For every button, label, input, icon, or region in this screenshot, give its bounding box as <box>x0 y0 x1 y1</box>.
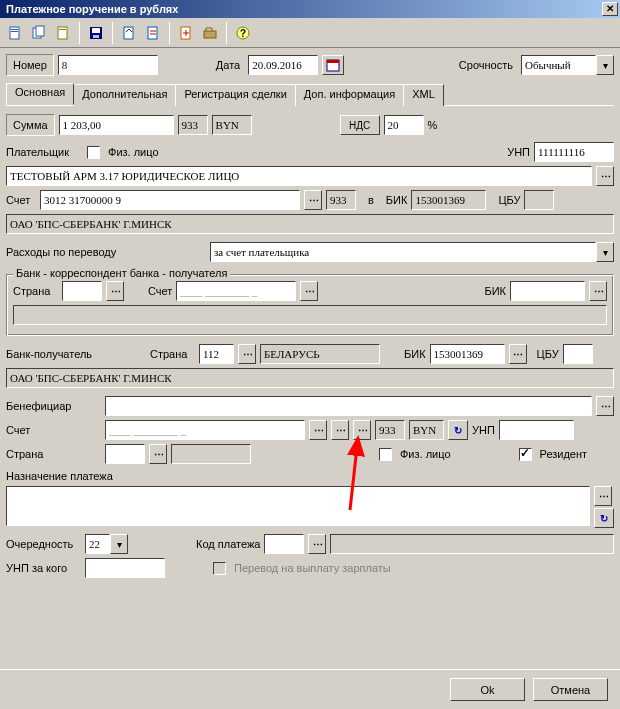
toolbar-separator <box>169 22 170 44</box>
window-title: Платежное поручение в рублях <box>2 3 178 15</box>
benef-account-input[interactable] <box>105 420 305 440</box>
sum-currency: BYN <box>212 115 252 135</box>
priority-input[interactable] <box>85 534 110 554</box>
benef-account-lookup3[interactable]: ⋯ <box>353 420 371 440</box>
tab-additional[interactable]: Дополнительная <box>73 84 176 106</box>
action3-icon[interactable] <box>175 22 197 44</box>
corr-account-label: Счет <box>148 285 172 297</box>
vat-input[interactable] <box>384 115 424 135</box>
svg-rect-2 <box>11 31 18 32</box>
payer-unp-input[interactable] <box>534 142 614 162</box>
save-icon[interactable] <box>85 22 107 44</box>
payer-account-code: 933 <box>326 190 356 210</box>
beneficiary-lookup[interactable]: ⋯ <box>596 396 614 416</box>
benef-currency: BYN <box>409 420 444 440</box>
benef-country-input[interactable] <box>105 444 145 464</box>
corr-bank-title: Банк - корреспондент банка - получателя <box>13 267 230 279</box>
benef-code: 933 <box>375 420 405 440</box>
payment-code-name <box>330 534 614 554</box>
payer-fiz-checkbox[interactable] <box>87 146 100 159</box>
benef-refresh-button[interactable]: ↻ <box>448 420 468 440</box>
benef-unp-input[interactable] <box>499 420 574 440</box>
benef-account-lookup2[interactable]: ⋯ <box>331 420 349 440</box>
benef-fiz-checkbox[interactable] <box>379 448 392 461</box>
recv-country-lookup[interactable]: ⋯ <box>238 344 256 364</box>
transfer-costs-select[interactable] <box>210 242 596 262</box>
v-label: в <box>368 194 374 206</box>
benef-fiz-label: Физ. лицо <box>400 448 451 460</box>
payer-bik-label: БИК <box>386 194 408 206</box>
svg-text:?: ? <box>240 28 246 39</box>
corr-bik-input[interactable] <box>510 281 585 301</box>
tab-extra-info[interactable]: Доп. информация <box>295 84 404 106</box>
recv-cbu-input[interactable] <box>563 344 593 364</box>
percent-label: % <box>428 119 438 131</box>
purpose-refresh-button[interactable]: ↻ <box>594 508 614 528</box>
corr-bank-name <box>13 305 607 325</box>
benef-account-lookup1[interactable]: ⋯ <box>309 420 327 440</box>
close-button[interactable]: ✕ <box>602 2 618 16</box>
ok-button[interactable]: Ok <box>450 678 525 701</box>
urgency-select[interactable] <box>521 55 596 75</box>
new-document-icon[interactable] <box>4 22 26 44</box>
payer-account-lookup[interactable]: ⋯ <box>304 190 322 210</box>
sum-code: 933 <box>178 115 208 135</box>
purpose-lookup[interactable]: ⋯ <box>594 486 612 506</box>
recv-country-code-input[interactable] <box>199 344 234 364</box>
cancel-button[interactable]: Отмена <box>533 678 608 701</box>
action1-icon[interactable] <box>118 22 140 44</box>
svg-rect-9 <box>93 35 99 38</box>
tab-deal-registration[interactable]: Регистрация сделки <box>175 84 295 106</box>
date-label: Дата <box>216 59 240 71</box>
beneficiary-label: Бенефициар <box>6 400 101 412</box>
corr-country-input[interactable] <box>62 281 102 301</box>
vat-button[interactable]: НДС <box>340 115 380 135</box>
payer-account-input[interactable] <box>40 190 300 210</box>
sum-amount-input[interactable] <box>59 115 174 135</box>
payer-name-input[interactable] <box>6 166 592 186</box>
priority-label: Очередность <box>6 538 81 550</box>
payment-code-input[interactable] <box>264 534 304 554</box>
corr-country-label: Страна <box>13 285 58 297</box>
tabs: Основная Дополнительная Регистрация сдел… <box>6 84 614 106</box>
action2-icon[interactable] <box>142 22 164 44</box>
number-label: Номер <box>13 59 47 71</box>
payer-cbu-label: ЦБУ <box>498 194 520 206</box>
recv-bik-input[interactable] <box>430 344 505 364</box>
calendar-button[interactable] <box>322 55 344 75</box>
corr-country-lookup[interactable]: ⋯ <box>106 281 124 301</box>
payer-fiz-label: Физ. лицо <box>108 146 159 158</box>
tab-xml[interactable]: XML <box>403 84 444 106</box>
recv-bank-name: ОАО 'БПС-СБЕРБАНК' Г.МИНСК <box>6 368 614 388</box>
toolbar-separator <box>79 22 80 44</box>
number-input[interactable] <box>58 55 158 75</box>
purpose-label: Назначение платежа <box>6 470 113 482</box>
corr-account-input[interactable] <box>176 281 296 301</box>
help-icon[interactable]: ? <box>232 22 254 44</box>
action4-icon[interactable] <box>199 22 221 44</box>
document-icon[interactable] <box>52 22 74 44</box>
corr-bik-label: БИК <box>484 285 506 297</box>
payment-code-lookup[interactable]: ⋯ <box>308 534 326 554</box>
titlebar: Платежное поручение в рублях ✕ <box>0 0 620 18</box>
recv-bik-lookup[interactable]: ⋯ <box>509 344 527 364</box>
unp-for-input[interactable] <box>85 558 165 578</box>
payer-unp-label: УНП <box>507 146 530 158</box>
svg-rect-8 <box>92 28 100 33</box>
urgency-dropdown-button[interactable]: ▾ <box>596 55 614 75</box>
tab-main[interactable]: Основная <box>6 83 74 105</box>
transfer-costs-dropdown[interactable]: ▾ <box>596 242 614 262</box>
benef-country-lookup[interactable]: ⋯ <box>149 444 167 464</box>
priority-dropdown[interactable]: ▾ <box>110 534 128 554</box>
unp-for-label: УНП за кого <box>6 562 81 574</box>
purpose-textarea[interactable] <box>6 486 590 526</box>
svg-rect-6 <box>59 29 66 30</box>
corr-bik-lookup[interactable]: ⋯ <box>589 281 607 301</box>
date-input[interactable] <box>248 55 318 75</box>
benef-resident-checkbox[interactable] <box>519 448 532 461</box>
corr-account-lookup[interactable]: ⋯ <box>300 281 318 301</box>
payer-name-lookup[interactable]: ⋯ <box>596 166 614 186</box>
copy-document-icon[interactable] <box>28 22 50 44</box>
beneficiary-name-input[interactable] <box>105 396 592 416</box>
svg-rect-0 <box>10 27 19 39</box>
